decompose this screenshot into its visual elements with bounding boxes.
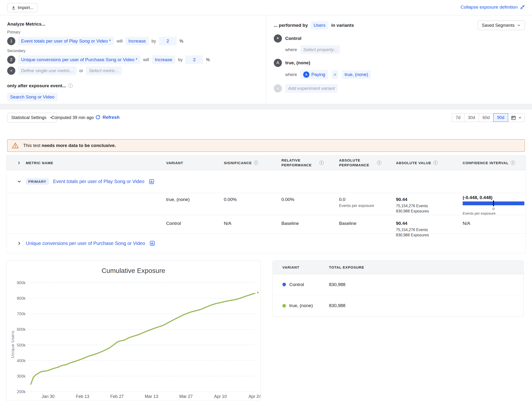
variant-cell: true, (none) (166, 193, 224, 202)
saved-segments-button[interactable]: Saved Segments (478, 20, 525, 30)
add-metric-plus-icon[interactable]: + (7, 67, 15, 75)
exposures-count: 830,988 Exposures (396, 209, 463, 214)
ci-axis-label: Events per exposure (463, 211, 526, 215)
direction-select[interactable]: Increase (152, 56, 175, 64)
header-significance: SIGNIFICANCEi (224, 161, 281, 165)
secondary-metric-link[interactable]: Unique conversions per user of Purchase … (26, 241, 145, 246)
confidence-interval-bar (463, 201, 524, 205)
entity-select[interactable]: Users (311, 21, 329, 30)
empty-cell (6, 215, 166, 221)
computed-ago-label: Computed 39 min ago (51, 115, 94, 120)
warning-message: This test needs more data to be conclusi… (23, 143, 116, 148)
property-value-chip[interactable]: true, (none) (342, 70, 371, 79)
in-variants-label: in variants (331, 23, 354, 28)
exposure-row-variant-a[interactable]: true, (none) 830,988 (273, 295, 523, 316)
import-button[interactable]: Import... (7, 3, 38, 12)
control-where-row: where Select property... (285, 45, 525, 54)
svg-text:700k: 700k (17, 312, 25, 316)
bar-chart-icon[interactable] (149, 179, 154, 184)
mde-input[interactable]: 2 (185, 56, 203, 64)
variant-result-row: true, (none) 0.00% 0.00% 0.0 Events per … (6, 193, 526, 215)
secondary-label: Secondary (7, 49, 261, 53)
header-label: SIGNIFICANCE (224, 161, 252, 165)
info-icon[interactable]: i (68, 84, 73, 88)
primary-metric-group-row[interactable]: PRIMARY Event totals per user of Play So… (6, 170, 526, 193)
calendar-range-button[interactable] (508, 113, 525, 122)
results-header-row: METRIC NAME VARIANT SIGNIFICANCEi RELATI… (6, 155, 526, 170)
or-label: or (79, 68, 83, 73)
statistical-settings-button[interactable]: Statistical Settings (7, 113, 57, 122)
property-chip[interactable]: Paying (300, 70, 328, 79)
header-label: ABSOLUTE VALUE (396, 161, 431, 165)
svg-text:Jan 30: Jan 30 (42, 394, 55, 399)
saved-segments-label: Saved Segments (482, 23, 514, 28)
total-exposure-table: VARIANT TOTAL EXPOSURE Control 830,988 t… (272, 261, 524, 316)
chevron-down-icon (517, 23, 521, 27)
control-variant-name: Control (285, 36, 302, 41)
import-label: Import... (18, 5, 33, 10)
svg-text:400k: 400k (17, 358, 25, 363)
range-60d-button[interactable]: 60d (479, 113, 494, 122)
where-label: where (285, 72, 297, 77)
refresh-button[interactable]: Refresh (95, 114, 120, 120)
range-7d-button[interactable]: 7d (452, 113, 464, 122)
svg-text:Apr 24: Apr 24 (248, 394, 260, 399)
chevron-down-icon (518, 116, 522, 119)
info-icon[interactable]: i (254, 161, 258, 165)
cumulative-exposure-chart[interactable]: 200k300k400k500k600k700k800k900kJan 30Fe… (6, 261, 260, 401)
svg-text:600k: 600k (17, 327, 25, 332)
bar-chart-icon[interactable] (149, 240, 155, 246)
total-exposure-value: 830,988 (329, 303, 346, 308)
info-icon[interactable]: i (319, 161, 324, 165)
range-90d-button[interactable]: 90d (493, 113, 508, 122)
chevron-down-icon[interactable] (17, 179, 21, 184)
secondary-metric-chip[interactable]: Unique conversions per user of Purchase … (18, 56, 140, 64)
exposure-header-total: TOTAL EXPOSURE (329, 265, 364, 269)
define-single-use-metric-input[interactable]: Define single-use metric... (18, 66, 76, 75)
header-relative-performance: RELATIVE PERFORMANCEi (281, 158, 339, 168)
control-variant-block: * Control where Select property... (274, 34, 525, 54)
header-confidence-interval: CONFIDENCE INTERVALi (463, 161, 526, 165)
events-count: 75,154,276 Events (396, 227, 463, 232)
absolute-performance-cell: 0.0 Events per exposure (339, 193, 396, 208)
events-count: 75,154,276 Events (396, 203, 463, 209)
chevron-right-icon[interactable] (17, 161, 21, 165)
svg-text:Feb 13: Feb 13 (76, 394, 89, 399)
svg-text:900k: 900k (17, 281, 25, 285)
refresh-icon (95, 114, 101, 120)
info-icon[interactable]: i (377, 161, 381, 165)
add-variant-plus-icon[interactable]: + (274, 84, 282, 93)
property-name: Paying (311, 72, 325, 77)
header-label: VARIANT (166, 161, 183, 165)
variant-a-where-row: where Paying = true, (none) (285, 70, 525, 79)
collapse-exposure-link[interactable]: Collapse exposure definition (461, 4, 525, 10)
exposure-event-chip[interactable]: Search Song or Video (7, 93, 57, 101)
info-icon[interactable]: i (511, 161, 515, 165)
select-metric-input[interactable]: Select metric... (86, 66, 122, 75)
exposure-row-control[interactable]: Control 830,988 (273, 274, 523, 295)
direction-select[interactable]: Increase (126, 37, 149, 45)
chevron-right-icon[interactable] (17, 241, 21, 246)
info-icon[interactable]: i (433, 161, 438, 165)
absolute-performance-cell: Baseline (339, 215, 396, 226)
add-variant-input[interactable]: Add experiment variant (285, 84, 338, 93)
warning-text-normal: This test (23, 143, 42, 148)
select-property-input[interactable]: Select property... (300, 45, 340, 54)
will-label: will (117, 39, 123, 44)
collapse-arrows-icon (519, 4, 525, 10)
metric-index-badge: 1 (7, 37, 15, 45)
svg-text:Unique Users: Unique Users (11, 331, 15, 358)
absolute-value: 90.44 (396, 197, 407, 202)
control-badge-icon: * (274, 34, 282, 43)
primary-badge: PRIMARY (26, 178, 49, 185)
absolute-performance-unit: Events per exposure (339, 204, 396, 208)
operator-chip[interactable]: = (331, 70, 338, 79)
experiment-analysis-page: Import... Collapse exposure definition A… (0, 0, 532, 401)
mde-input[interactable]: 2 (159, 37, 177, 45)
absolute-performance-value: 0.0 (339, 197, 396, 202)
primary-metric-chip[interactable]: Event totals per user of Play Song or Vi… (18, 37, 114, 45)
control-variant-header: * Control (274, 34, 525, 43)
range-30d-button[interactable]: 30d (464, 113, 479, 122)
primary-metric-link[interactable]: Event totals per user of Play Song or Vi… (53, 179, 144, 184)
relative-performance-cell: Baseline (281, 215, 339, 226)
